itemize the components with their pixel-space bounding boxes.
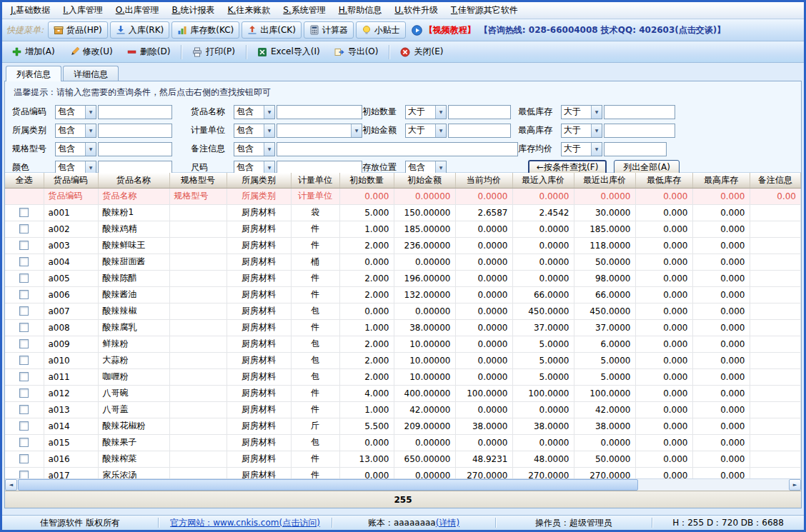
column-header[interactable]: 备注信息: [750, 173, 801, 188]
toolbar-button[interactable]: Excel导入(I): [251, 43, 327, 61]
scroll-right-icon[interactable]: ►: [789, 479, 801, 491]
table-row[interactable]: a001酸辣粉1厨房材料袋5.000150.000002.65872.45423…: [5, 204, 801, 221]
table-row[interactable]: a007酸辣辣椒厨房材料包0.0000.000000.0000450.00004…: [5, 303, 801, 319]
filter-value-combo[interactable]: ▼: [277, 124, 362, 138]
toolbar-button[interactable]: 关闭(E): [394, 43, 449, 61]
menu-item[interactable]: U.软件升级: [388, 1, 444, 19]
table-row[interactable]: a013八哥盖厨房材料件1.00042.000000.00000.000042.…: [5, 401, 801, 418]
filter-operator-combo[interactable]: 大于▼: [561, 105, 602, 119]
column-header[interactable]: 货品名称: [98, 173, 169, 188]
toolbar-button[interactable]: 修改(U): [63, 43, 119, 61]
scrollbar-track[interactable]: [638, 479, 789, 491]
video-tutorial-button[interactable]: 【视频教程】: [412, 24, 476, 36]
hotline-text[interactable]: 【咨询热线: 028-66004008 技术QQ: 402603(点击交谈)】: [479, 24, 725, 36]
filter-operator-combo[interactable]: 大于▼: [561, 142, 602, 156]
column-header[interactable]: 计量单位: [291, 173, 339, 188]
column-header[interactable]: 最近出库价: [574, 173, 635, 188]
row-checkbox[interactable]: [19, 421, 29, 431]
filter-operator-combo[interactable]: 包含▼: [55, 105, 96, 119]
column-header[interactable]: 初始金额: [394, 173, 455, 188]
row-checkbox[interactable]: [19, 339, 29, 348]
scrollbar-thumb[interactable]: [18, 479, 638, 491]
filter-input[interactable]: [604, 124, 675, 138]
tab-list-info[interactable]: 列表信息: [6, 66, 61, 81]
row-checkbox[interactable]: [19, 388, 29, 398]
table-row[interactable]: a005酸辣陈醋厨房材料件2.000196.000000.00000.00009…: [5, 270, 801, 286]
toolbar-button[interactable]: 导出(O): [328, 43, 385, 61]
quickbar-button[interactable]: 出库(CK): [242, 21, 302, 39]
menu-item[interactable]: H.帮助信息: [332, 1, 389, 19]
table-row[interactable]: a016酸辣榨菜厨房材料件13.000650.0000048.923148.00…: [5, 451, 801, 467]
quickbar-button[interactable]: 入库(RK): [110, 21, 170, 39]
quickbar-button[interactable]: 小贴士: [356, 21, 406, 39]
row-checkbox[interactable]: [19, 241, 29, 250]
column-header[interactable]: 最低库存: [635, 173, 692, 188]
row-checkbox[interactable]: [19, 290, 29, 299]
table-row[interactable]: a004酸辣甜面酱厨房材料桶0.0000.000000.00000.000050…: [5, 254, 801, 270]
table-row[interactable]: a014酸辣花椒粉厨房材料斤5.500209.0000038.000038.00…: [5, 418, 801, 434]
filter-input[interactable]: [604, 142, 667, 156]
menu-item[interactable]: K.往来账款: [222, 1, 277, 19]
row-checkbox[interactable]: [19, 438, 29, 447]
row-checkbox[interactable]: [19, 306, 29, 316]
row-checkbox[interactable]: [19, 323, 29, 332]
row-checkbox[interactable]: [19, 356, 29, 365]
table-row[interactable]: a008酸辣腐乳厨房材料件1.00038.000000.000037.00003…: [5, 319, 801, 336]
table-row[interactable]: a003酸辣鲜味王厨房材料件2.000236.000000.00000.0000…: [5, 237, 801, 254]
filter-input[interactable]: [98, 142, 172, 156]
menu-item[interactable]: T.佳智源其它软件: [444, 1, 524, 19]
column-header[interactable]: 规格型号: [169, 173, 227, 188]
table-row[interactable]: a011咖喱粉厨房材料包2.00010.000000.00005.00005.0…: [5, 368, 801, 385]
filter-input[interactable]: [98, 124, 172, 138]
table-row[interactable]: a002酸辣鸡精厨房材料件1.000185.000000.00000.00001…: [5, 221, 801, 237]
filter-operator-combo[interactable]: 包含▼: [55, 142, 96, 156]
toolbar-button[interactable]: 删除(D): [121, 43, 177, 61]
column-header[interactable]: 货品编码: [44, 173, 98, 188]
table-row[interactable]: a017家乐浓汤厨房材料件0.0000.00000270.0000270.000…: [5, 467, 801, 478]
row-checkbox[interactable]: [19, 471, 29, 478]
quickbar-button[interactable]: 库存数(KC): [171, 21, 239, 39]
filter-operator-combo[interactable]: 包含▼: [55, 124, 96, 138]
ledger-details-link[interactable]: (详情): [436, 517, 459, 529]
menu-item[interactable]: B.统计报表: [166, 1, 222, 19]
toolbar-button[interactable]: 打印(P): [186, 43, 242, 61]
filter-operator-combo[interactable]: 大于▼: [405, 105, 447, 119]
filter-input[interactable]: [448, 105, 511, 119]
filter-operator-combo[interactable]: 大于▼: [561, 124, 602, 138]
row-checkbox[interactable]: [19, 405, 29, 414]
table-row[interactable]: a006酸辣酱油厨房材料件2.000132.000000.000066.0000…: [5, 286, 801, 303]
table-row[interactable]: a012八哥碗厨房材料件4.000400.00000100.0000100.00…: [5, 385, 801, 401]
menu-item[interactable]: S.系统管理: [277, 1, 332, 19]
website-link[interactable]: 官方网站：www.cnkis.com(点击访问): [170, 517, 320, 529]
column-header[interactable]: 最高库存: [692, 173, 750, 188]
column-header[interactable]: 最近入库价: [512, 173, 574, 188]
quickbar-button[interactable]: 计算器: [304, 21, 354, 39]
row-checkbox[interactable]: [19, 372, 29, 381]
horizontal-scrollbar[interactable]: ◄ ►: [5, 478, 801, 491]
table-row[interactable]: a009鲜辣粉厨房材料包2.00010.000000.00005.00006.0…: [5, 336, 801, 352]
column-header[interactable]: 所属类别: [227, 173, 291, 188]
filter-input[interactable]: [277, 142, 518, 156]
column-header[interactable]: 初始数量: [339, 173, 394, 188]
filter-operator-combo[interactable]: 大于▼: [405, 124, 447, 138]
quickbar-button[interactable]: 货品(HP): [48, 21, 108, 39]
column-header[interactable]: 当前均价: [455, 173, 512, 188]
column-header[interactable]: 全选: [5, 173, 44, 188]
toolbar-button[interactable]: 增加(A): [6, 43, 61, 61]
menu-item[interactable]: O.出库管理: [109, 1, 166, 19]
filter-operator-combo[interactable]: 包含▼: [234, 105, 275, 119]
filter-operator-combo[interactable]: 包含▼: [234, 124, 275, 138]
tab-detail-info[interactable]: 详细信息: [63, 66, 119, 81]
menu-item[interactable]: J.基础数据: [4, 1, 56, 19]
table-row[interactable]: a010大蒜粉厨房材料包2.00010.000000.00005.00005.0…: [5, 352, 801, 368]
filter-input[interactable]: [448, 124, 511, 138]
row-checkbox[interactable]: [19, 224, 29, 234]
row-checkbox[interactable]: [19, 257, 29, 266]
row-checkbox[interactable]: [19, 273, 29, 283]
filter-input[interactable]: [277, 105, 362, 119]
scroll-left-icon[interactable]: ◄: [5, 479, 17, 491]
table-row[interactable]: a015酸辣果子厨房材料包0.0000.000000.00000.00000.0…: [5, 434, 801, 451]
row-checkbox[interactable]: [19, 208, 29, 217]
filter-input[interactable]: [98, 105, 172, 119]
filter-input[interactable]: [604, 105, 675, 119]
